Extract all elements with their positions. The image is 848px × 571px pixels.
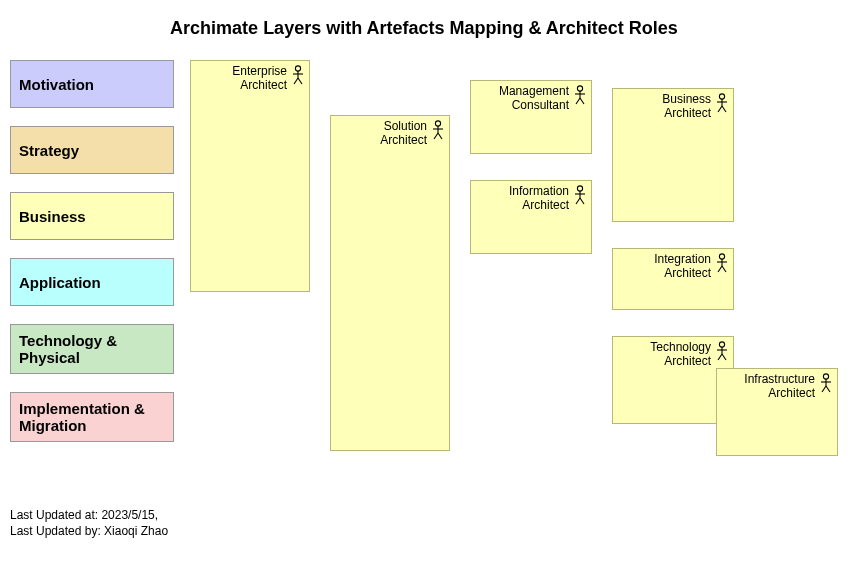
svg-line-4 — [298, 78, 302, 84]
information-architect: InformationArchitect — [470, 180, 592, 254]
layer-box: Application — [10, 258, 174, 306]
layer-label: Business — [19, 208, 86, 225]
layer-box: Implementation & Migration — [10, 392, 174, 442]
svg-line-3 — [294, 78, 298, 84]
actor-icon — [715, 93, 729, 113]
footer-updated-by: Last Updated by: Xiaoqi Zhao — [10, 524, 168, 540]
actor-icon — [573, 85, 587, 105]
svg-line-33 — [718, 354, 722, 360]
infrastructure-architect: InfrastructureArchitect — [716, 368, 838, 456]
role-label: InfrastructureArchitect — [744, 373, 815, 401]
layer-label: Implementation & Migration — [19, 400, 165, 434]
svg-point-10 — [577, 86, 582, 91]
solution-architect: SolutionArchitect — [330, 115, 450, 451]
role-label: EnterpriseArchitect — [232, 65, 287, 93]
svg-point-5 — [435, 121, 440, 126]
svg-point-30 — [719, 342, 724, 347]
layer-label: Motivation — [19, 76, 94, 93]
svg-line-9 — [438, 133, 442, 139]
actor-icon — [819, 373, 833, 393]
svg-line-23 — [718, 106, 722, 112]
actor-icon — [715, 253, 729, 273]
svg-point-15 — [577, 186, 582, 191]
business-architect: BusinessArchitect — [612, 88, 734, 222]
role-label: InformationArchitect — [509, 185, 569, 213]
integration-architect: IntegrationArchitect — [612, 248, 734, 310]
svg-line-29 — [722, 266, 726, 272]
enterprise-architect: EnterpriseArchitect — [190, 60, 310, 292]
svg-line-24 — [722, 106, 726, 112]
svg-point-25 — [719, 254, 724, 259]
svg-line-28 — [718, 266, 722, 272]
svg-line-14 — [580, 98, 584, 104]
actor-icon — [431, 120, 445, 140]
layer-box: Strategy — [10, 126, 174, 174]
footer-updated-at: Last Updated at: 2023/5/15, — [10, 508, 158, 524]
role-label: BusinessArchitect — [662, 93, 711, 121]
svg-line-13 — [576, 98, 580, 104]
role-label: IntegrationArchitect — [654, 253, 711, 281]
svg-point-20 — [719, 94, 724, 99]
actor-icon — [291, 65, 305, 85]
layer-box: Business — [10, 192, 174, 240]
role-label: SolutionArchitect — [380, 120, 427, 148]
svg-line-34 — [722, 354, 726, 360]
svg-point-35 — [823, 374, 828, 379]
layer-box: Motivation — [10, 60, 174, 108]
layer-label: Application — [19, 274, 101, 291]
layer-label: Strategy — [19, 142, 79, 159]
svg-line-39 — [826, 386, 830, 392]
svg-line-38 — [822, 386, 826, 392]
svg-line-19 — [580, 198, 584, 204]
svg-line-18 — [576, 198, 580, 204]
layer-box: Technology & Physical — [10, 324, 174, 374]
actor-icon — [715, 341, 729, 361]
layer-label: Technology & Physical — [19, 332, 165, 366]
svg-line-8 — [434, 133, 438, 139]
svg-point-0 — [295, 66, 300, 71]
role-label: ManagementConsultant — [499, 85, 569, 113]
actor-icon — [573, 185, 587, 205]
management-consultant: ManagementConsultant — [470, 80, 592, 154]
role-label: TechnologyArchitect — [650, 341, 711, 369]
page-title: Archimate Layers with Artefacts Mapping … — [0, 18, 848, 39]
